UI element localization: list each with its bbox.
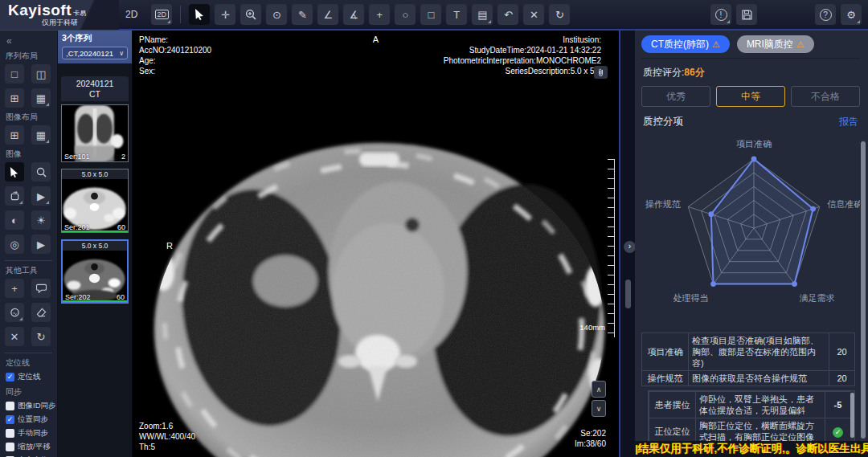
- reset-button[interactable]: ↻: [549, 4, 570, 25]
- image-section-label: 图像: [6, 149, 52, 160]
- checkbox[interactable]: ✓: [6, 402, 14, 410]
- undo-button[interactable]: ↶: [497, 4, 518, 25]
- checkbox[interactable]: ✓: [6, 415, 14, 424]
- tab-mri-brain-qc[interactable]: MRI脑质控 ⚠: [737, 35, 814, 53]
- image-number: Im:38/60: [575, 439, 606, 449]
- eraser-button[interactable]: [31, 303, 51, 322]
- delete-all-button[interactable]: ✕: [5, 327, 24, 346]
- criterion-name: 患者摆位: [649, 392, 696, 418]
- brightness-sun-icon: ☀: [36, 214, 46, 226]
- image-preset-button[interactable]: ▤: [472, 4, 493, 25]
- study-dropdown[interactable]: ,CT,20240121 ∨: [62, 47, 128, 59]
- crosshair-add-button[interactable]: +: [5, 279, 24, 298]
- image-brightness-button[interactable]: ☀: [31, 210, 51, 230]
- image-play-button[interactable]: ▶: [31, 235, 51, 254]
- slice-up-button[interactable]: ∧: [592, 381, 606, 398]
- magnify-region-icon: [10, 308, 20, 318]
- image-target-button[interactable]: ◎: [5, 235, 24, 254]
- locator-line-checkbox-row[interactable]: ✓ 定位线: [6, 372, 52, 382]
- other-tools-section-label: 其他工具: [6, 265, 52, 276]
- cursor-icon: [10, 167, 19, 177]
- help-button[interactable]: ?: [815, 4, 836, 25]
- preset-icon: ▤: [477, 9, 487, 21]
- image-layout-2x2-button[interactable]: ⊞: [5, 125, 24, 145]
- save-button[interactable]: [736, 4, 757, 25]
- layout-2d-button[interactable]: 2D: [151, 4, 172, 25]
- grade-fail-button[interactable]: 不合格: [791, 86, 860, 107]
- brand-name-cn: 卡易: [73, 9, 86, 18]
- checkbox[interactable]: ✓: [6, 373, 14, 382]
- zoom-pan-sync-checkbox-row[interactable]: ✓ 缩放/平移: [6, 442, 52, 452]
- series-layout-grid-button[interactable]: ▦: [31, 88, 51, 108]
- series-layout-2x2-button[interactable]: ⊞: [5, 88, 24, 108]
- report-link[interactable]: 报告: [839, 115, 858, 129]
- quality-control-panel: CT质控(肺部) ⚠ MRI脑质控 ⚠ 质控评分:86分 优秀 中等 不合格 质…: [635, 31, 868, 457]
- reset-view-button[interactable]: ↻: [31, 327, 51, 346]
- attachment-button[interactable]: [594, 66, 608, 79]
- series-group-modality: CT: [61, 89, 129, 100]
- position-sync-checkbox-row[interactable]: ✓ 位置同步: [6, 414, 52, 425]
- info-button[interactable]: !: [710, 4, 731, 25]
- expand-panel-button[interactable]: ›: [624, 241, 636, 253]
- rotate-flip-icon: [10, 191, 20, 202]
- ellipse-roi-tool-button[interactable]: ○: [395, 4, 416, 25]
- image-invert-button[interactable]: ◐: [5, 210, 24, 230]
- settings-button[interactable]: ⚙: [841, 4, 862, 25]
- image-rotate-flip-button[interactable]: [5, 186, 24, 206]
- series-layout-1x2-button[interactable]: ◫: [31, 64, 51, 84]
- cobb-angle-tool-button[interactable]: ∡: [343, 4, 364, 25]
- checkbox[interactable]: ✓: [6, 429, 14, 438]
- svg-text:操作规范: 操作规范: [645, 199, 681, 209]
- gear-icon: ⚙: [846, 9, 856, 21]
- manual-sync-checkbox-row[interactable]: ✓ 手动同步: [6, 428, 52, 439]
- orientation-marker-anterior: A: [373, 35, 379, 45]
- image-layout-grid-button[interactable]: ▦: [31, 125, 51, 145]
- chevron-up-icon: ∧: [596, 386, 602, 394]
- rect-roi-tool-button[interactable]: □: [420, 4, 441, 25]
- series-thumbnail-202-selected[interactable]: 5.0 x 5.0 Ser:20260: [61, 239, 129, 304]
- grade-medium-button[interactable]: 中等: [716, 86, 785, 107]
- dicom-viewport[interactable]: PName: AccNO:2401210200 Age: Sex: A Inst…: [133, 31, 619, 457]
- app-logo: Kayisoft 卡易 仅用于科研: [0, 0, 119, 30]
- collapse-sidebar-icon[interactable]: «: [6, 35, 52, 47]
- magnify-region-button[interactable]: [5, 303, 24, 322]
- layout-3x3-icon: ▦: [36, 92, 46, 104]
- thumbnail-image-count: 2: [121, 153, 125, 161]
- panel-scrollbar[interactable]: [861, 140, 866, 455]
- image-id-sync-checkbox-row[interactable]: ✓ 图像ID同步: [6, 401, 52, 411]
- series-thumbnail-scout[interactable]: Ser:1012: [61, 104, 129, 162]
- pass-check-icon: ✓: [833, 427, 843, 438]
- series-layout-1x1-button[interactable]: □: [5, 64, 24, 84]
- close-icon: ✕: [10, 331, 19, 343]
- length-measure-tool-button[interactable]: ✎: [292, 4, 313, 25]
- checkbox[interactable]: ✓: [6, 443, 14, 451]
- pan-tool-button[interactable]: ✛: [215, 4, 235, 25]
- cursor-tool-button[interactable]: [189, 4, 210, 25]
- series-description: SeriesDescription:5.0 x 5.0: [444, 66, 601, 76]
- target-icon: ◎: [10, 239, 18, 251]
- divider-scrollbar-thumb[interactable]: [625, 280, 631, 308]
- text-annotation-tool-button[interactable]: T: [446, 4, 467, 25]
- angle-tool-button[interactable]: ∠: [317, 4, 338, 25]
- grade-excellent-button[interactable]: 优秀: [641, 86, 710, 107]
- image-magnify-button[interactable]: [31, 162, 51, 182]
- criterion-name: 项目准确: [642, 333, 689, 371]
- plus-icon: +: [11, 283, 18, 295]
- pencil-icon: ✎: [298, 9, 307, 21]
- comment-annotation-button[interactable]: [31, 279, 51, 298]
- delete-annotation-button[interactable]: ✕: [523, 4, 544, 25]
- image-cine-flag-button[interactable]: ▶: [31, 186, 51, 206]
- series-thumbnail-201[interactable]: 5.0 x 5.0 Ser:20160: [61, 169, 129, 233]
- tab-ct-lung-qc[interactable]: CT质控(肺部) ⚠: [641, 35, 730, 53]
- probe-tool-button[interactable]: +: [369, 4, 390, 25]
- reset-icon: ↻: [37, 331, 46, 343]
- criterion-score: 20: [829, 371, 855, 386]
- slice-down-button[interactable]: ∨: [592, 400, 606, 417]
- image-cursor-button[interactable]: [5, 162, 24, 182]
- zoom-tool-button[interactable]: [240, 4, 261, 25]
- warning-icon: ⚠: [712, 39, 720, 50]
- window-level-tool-button[interactable]: ⊙: [266, 4, 287, 25]
- top-toolbar: Kayisoft 卡易 仅用于科研 2D 2D ✛ ⊙ ✎ ∠ ∡ + ○ □ …: [0, 0, 868, 31]
- rectangle-icon: □: [428, 9, 434, 21]
- locator-section-label: 定位线: [6, 357, 52, 369]
